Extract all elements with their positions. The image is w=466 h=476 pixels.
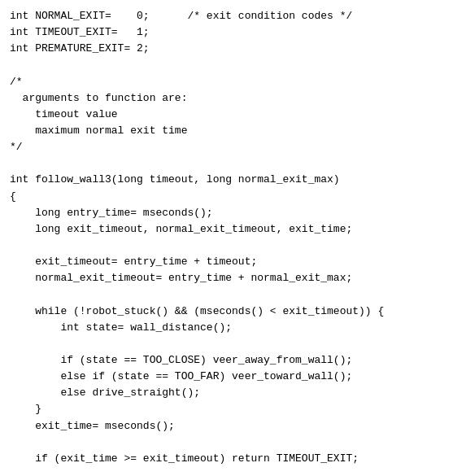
code-display: int NORMAL_EXIT= 0; /* exit condition co… bbox=[10, 8, 456, 476]
